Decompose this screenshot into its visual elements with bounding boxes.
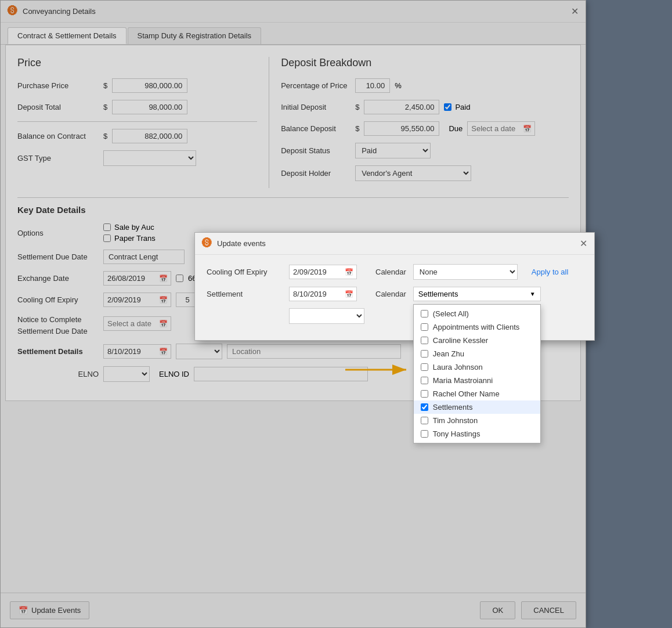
dialog-cooling-off-date-wrap: 📅: [289, 265, 357, 279]
dialog-title-left: 🅢 Update events: [202, 237, 266, 250]
dialog-calendar-select-none[interactable]: None: [413, 264, 518, 280]
dropdown-label-tim: Tim Johnston: [433, 416, 478, 425]
calendar-settlements-value: Settlements: [418, 290, 530, 298]
arrow-svg: [342, 361, 412, 378]
dropdown-checkbox-select-all[interactable]: [421, 310, 428, 317]
dropdown-label-appointments: Appointments with Clients: [433, 323, 520, 331]
dialog-settlement-date-icon[interactable]: 📅: [342, 288, 356, 300]
dropdown-item-settlements[interactable]: Settlements: [414, 400, 540, 414]
dropdown-checkbox-settlements[interactable]: [421, 403, 428, 411]
dialog-close-button[interactable]: ✕: [580, 238, 587, 249]
calendar-dropdown-chevron: ▼: [530, 291, 536, 297]
dialog-settlement-date-input[interactable]: [290, 287, 342, 301]
dialog-settlement-row: Settlement 📅 Calendar Settlements ▼ (Sel…: [207, 287, 583, 301]
update-events-dialog: 🅢 Update events ✕ Cooling Off Expiry 📅 C…: [194, 232, 595, 341]
dropdown-item-maria[interactable]: Maria Mastroianni: [414, 374, 540, 387]
dropdown-checkbox-jean[interactable]: [421, 350, 428, 358]
dropdown-item-rachel[interactable]: Rachel Other Name: [414, 387, 540, 400]
dialog-settlement-date-wrap: 📅: [289, 287, 357, 301]
dropdown-checkbox-maria[interactable]: [421, 377, 428, 384]
calendar-settlements-trigger[interactable]: Settlements ▼: [413, 287, 541, 301]
dropdown-checkbox-appointments[interactable]: [421, 323, 428, 331]
dialog-cooling-off-row: Cooling Off Expiry 📅 Calendar None Apply…: [207, 264, 583, 280]
dialog-title-bar: 🅢 Update events ✕: [195, 233, 594, 255]
dropdown-label-maria: Maria Mastroianni: [433, 376, 493, 385]
dropdown-item-caroline[interactable]: Caroline Kessler: [414, 334, 540, 347]
dropdown-item-laura[interactable]: Laura Johnson: [414, 360, 540, 374]
dialog-content: Cooling Off Expiry 📅 Calendar None Apply…: [195, 255, 594, 340]
dialog-cooling-off-date-input[interactable]: [290, 265, 342, 279]
dropdown-checkbox-laura[interactable]: [421, 363, 428, 371]
dropdown-label-caroline: Caroline Kessler: [433, 336, 488, 345]
dropdown-checkbox-rachel[interactable]: [421, 390, 428, 398]
dropdown-checkbox-tony[interactable]: [421, 430, 428, 438]
dropdown-label-select-all: (Select All): [433, 309, 469, 318]
dialog-settlement-label: Settlement: [207, 290, 282, 298]
calendar-dropdown: (Select All) Appointments with Clients C…: [413, 304, 541, 443]
dialog-title: Update events: [217, 239, 266, 248]
dialog-extra-select[interactable]: [289, 308, 364, 324]
dropdown-item-tony[interactable]: Tony Hastings: [414, 427, 540, 441]
dialog-calendar-label2: Calendar: [375, 290, 406, 298]
dropdown-label-tony: Tony Hastings: [433, 430, 480, 438]
dropdown-label-settlements: Settlements: [433, 403, 473, 412]
dialog-cooling-off-label: Cooling Off Expiry: [207, 268, 282, 276]
dropdown-label-rachel: Rachel Other Name: [433, 389, 500, 398]
dropdown-label-laura: Laura Johnson: [433, 363, 483, 371]
dialog-cooling-off-date-icon[interactable]: 📅: [342, 266, 356, 278]
dropdown-item-appointments[interactable]: Appointments with Clients: [414, 320, 540, 334]
dropdown-checkbox-caroline[interactable]: [421, 337, 428, 344]
apply-to-all-link[interactable]: Apply to all: [532, 268, 569, 276]
dropdown-item-jean[interactable]: Jean Zhu: [414, 347, 540, 360]
dialog-app-logo: 🅢: [202, 237, 212, 250]
dropdown-item-tim[interactable]: Tim Johnston: [414, 414, 540, 427]
dropdown-checkbox-tim[interactable]: [421, 417, 428, 424]
dropdown-item-select-all[interactable]: (Select All): [414, 307, 540, 320]
dropdown-label-jean: Jean Zhu: [433, 349, 464, 358]
calendar-select-wrap: Settlements ▼ (Select All) Appointments …: [413, 287, 541, 301]
dialog-calendar-label1: Calendar: [375, 268, 406, 276]
arrow-indicator: [342, 361, 412, 380]
